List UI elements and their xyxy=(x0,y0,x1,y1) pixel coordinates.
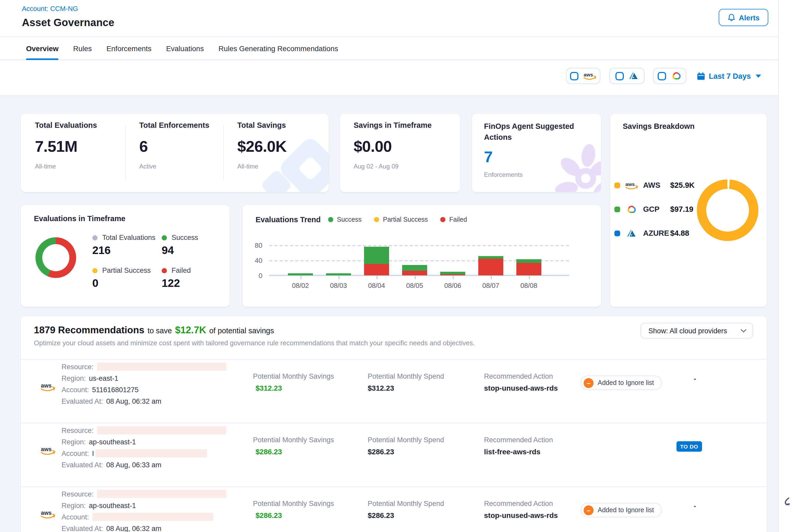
potential-monthly-savings: Potential Monthly Savings $286.23 xyxy=(253,500,334,519)
recommendation-row[interactable]: aws Resource: Region:ap-southeast-1 Acco… xyxy=(21,486,767,532)
savings-breakdown-card: Savings Breakdown awsAWS$25.9KGCP$97.19A… xyxy=(610,114,767,307)
legend-swatch xyxy=(614,182,620,188)
alerts-button[interactable]: Alerts xyxy=(719,9,768,26)
recommendations-card: 1879 Recommendations to save $12.7K of p… xyxy=(21,316,767,532)
alerts-button-label: Alerts xyxy=(739,13,759,22)
legend-swatch xyxy=(614,206,620,212)
legend-provider-value: $4.88 xyxy=(670,229,689,237)
evaluations-in-timeframe-card: Evaluations in Timeframe Total Evaluatio… xyxy=(21,205,229,307)
resource-details: Resource: Region:ap-southeast-1 Account:… xyxy=(61,424,226,471)
resource-details: Resource: Region:ap-southeast-1 Account:… xyxy=(61,488,226,532)
legend-dot xyxy=(374,217,379,222)
trend-legend-item-failed: Failed xyxy=(440,216,467,223)
total-evaluations-value: 7.51M xyxy=(35,138,97,155)
aws-checkbox[interactable] xyxy=(570,72,578,80)
total-savings-caption: All-time xyxy=(237,163,287,170)
tab-rules[interactable]: Rules xyxy=(73,37,92,60)
legend-label: Partial Success xyxy=(102,267,151,274)
x-axis-tick xyxy=(339,276,339,279)
recommended-action: Recommended Action stop-unused-aws-rds xyxy=(484,373,558,392)
date-range-picker[interactable]: Last 7 Days xyxy=(697,68,761,84)
trend-plot: 08/0208/0308/0408/0508/0608/0708/08 xyxy=(269,245,582,276)
bar-segment-success xyxy=(478,256,503,259)
bar-segment-success xyxy=(440,272,465,274)
total-enforcements-title: Total Enforcements xyxy=(139,121,209,129)
y-axis-tick-80: 80 xyxy=(247,242,262,249)
gridline-80 xyxy=(269,245,569,246)
legend-value: 94 xyxy=(162,244,198,256)
savings-timeframe-value: $0.00 xyxy=(354,138,432,155)
total-evaluations-caption: All-time xyxy=(35,163,97,170)
recommendations-save-prefix: to save xyxy=(148,326,172,335)
x-axis-tick xyxy=(300,276,301,279)
gcp-logo-icon xyxy=(671,72,682,80)
potential-monthly-spend: Potential Monthly Spend $312.23 xyxy=(368,373,444,392)
provider-filter-gcp[interactable] xyxy=(653,68,686,84)
tab-bar: Overview Rules Enforcements Evaluations … xyxy=(0,37,778,60)
legend-label: Failed xyxy=(172,267,191,274)
azure-checkbox[interactable] xyxy=(615,72,624,80)
x-axis-tick xyxy=(491,276,492,279)
legend-dot xyxy=(328,217,333,222)
added-to-ignore-list-pill[interactable]: –Added to Ignore list xyxy=(581,376,662,390)
legend-dot xyxy=(92,268,97,273)
legend-swatch xyxy=(614,230,620,236)
bar-segment-failed xyxy=(478,259,503,276)
tab-overview[interactable]: Overview xyxy=(26,37,59,60)
finops-caption: Enforcements xyxy=(484,171,583,178)
legend-label: Partial Success xyxy=(383,216,428,223)
recommendations-subtitle: Optimize your cloud assets and minimize … xyxy=(34,339,475,347)
stats-summary-card: Total Evaluations 7.51M All-time Total E… xyxy=(21,114,328,192)
total-savings-value: $26.0K xyxy=(237,138,287,155)
account-breadcrumb-link[interactable]: Account: CCM-NG xyxy=(22,5,78,13)
legend-provider-name: GCP xyxy=(643,205,670,213)
breakdown-legend-item-azure: AZURE$4.88 xyxy=(614,226,695,240)
right-rail xyxy=(778,0,798,532)
svg-text:aws: aws xyxy=(41,382,52,389)
calendar-icon xyxy=(697,72,705,80)
show-cloud-providers-dropdown[interactable]: Show: All cloud providers xyxy=(641,323,753,339)
recommendations-amount: $12.7K xyxy=(175,324,206,336)
tab-evaluations[interactable]: Evaluations xyxy=(166,37,204,60)
tab-enforcements[interactable]: Enforcements xyxy=(107,37,152,60)
evaluations-timeframe-title: Evaluations in Timeframe xyxy=(34,214,126,223)
gcp-checkbox[interactable] xyxy=(658,72,666,80)
page-title: Asset Governance xyxy=(22,17,114,29)
recommendation-row[interactable]: aws Resource: Region:us-east-1 Account:5… xyxy=(21,359,767,422)
total-enforcements-caption: Active xyxy=(139,163,209,170)
potential-monthly-savings: Potential Monthly Savings $312.23 xyxy=(253,373,334,392)
recommendation-row[interactable]: aws Resource: Region:ap-southeast-1 Acco… xyxy=(21,422,767,486)
provider-filter-azure[interactable] xyxy=(609,68,645,84)
page-header: Account: CCM-NG Asset Governance Alerts xyxy=(0,0,778,37)
recommendations-count: 1879 Recommendations xyxy=(34,324,145,336)
svg-text:aws: aws xyxy=(625,181,634,187)
savings-in-timeframe-card: Savings in Timeframe $0.00 Aug 02 - Aug … xyxy=(340,114,460,192)
svg-text:aws: aws xyxy=(41,446,52,453)
tab-rules-generating-recommendations[interactable]: Rules Generating Recommendations xyxy=(218,37,338,60)
savings-timeframe-caption: Aug 02 - Aug 09 xyxy=(354,163,432,170)
divider xyxy=(125,125,126,180)
finops-title: FinOps Agent Suggested Actions xyxy=(484,121,583,143)
savings-timeframe-title: Savings in Timeframe xyxy=(354,121,432,129)
legend-value: 122 xyxy=(162,277,198,289)
breakdown-legend-item-aws: awsAWS$25.9K xyxy=(614,178,695,192)
aws-logo-icon: aws xyxy=(623,181,640,190)
redacted-account xyxy=(92,513,213,521)
redacted-resource xyxy=(97,426,226,435)
bar-segment-success xyxy=(402,265,427,271)
evaluations-legend-item-total-evaluations: Total Evaluations216 xyxy=(92,234,162,256)
legend-label: Success xyxy=(337,216,362,223)
bar-segment-failed xyxy=(364,264,389,276)
added-to-ignore-list-pill[interactable]: –Added to Ignore list xyxy=(581,503,662,517)
minus-circle-icon: – xyxy=(584,378,593,388)
evaluations-trend-card: Evaluations Trend SuccessPartial Success… xyxy=(243,205,601,307)
evaluations-donut-chart xyxy=(36,237,76,278)
legend-provider-value: $25.9K xyxy=(670,181,695,189)
x-axis-label-08/07: 08/07 xyxy=(473,282,509,289)
svg-text:aws: aws xyxy=(583,72,593,77)
redacted-resource xyxy=(97,490,226,498)
trend-bar-08/05 xyxy=(402,265,427,276)
total-savings-title: Total Savings xyxy=(237,121,287,129)
provider-filter-aws[interactable]: aws xyxy=(566,68,600,84)
azure-logo-icon xyxy=(623,229,640,238)
